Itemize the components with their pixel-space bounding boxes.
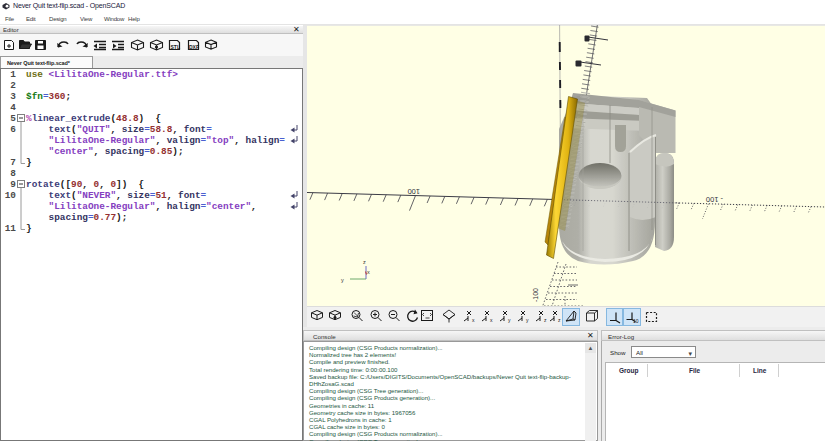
svg-text:100: 100	[407, 187, 420, 196]
svg-text:x: x	[490, 317, 493, 323]
svg-text:y: y	[508, 317, 511, 323]
svg-text:z: z	[558, 317, 561, 323]
svg-text:10: 10	[633, 318, 639, 324]
svg-text:x: x	[472, 317, 475, 323]
svg-text:y: y	[341, 277, 344, 283]
svg-text:x: x	[367, 269, 370, 275]
svg-text:z: z	[363, 259, 366, 265]
svg-text:STL: STL	[171, 44, 180, 50]
svg-text:-100: -100	[532, 288, 539, 302]
svg-text:z: z	[544, 317, 547, 323]
svg-text:- 100: - 100	[706, 195, 723, 204]
svg-text:DXF: DXF	[189, 44, 199, 50]
svg-text:y: y	[526, 317, 529, 323]
